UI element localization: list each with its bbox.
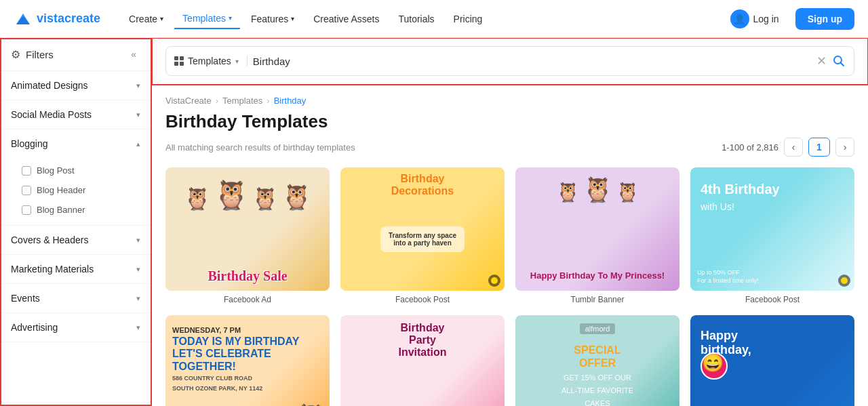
sidebar-collapse-button[interactable]: «: [127, 47, 140, 61]
template-image-1: 🦉 🦉 🦉 🦉 Birthday Sale: [165, 167, 330, 291]
template-card-5[interactable]: WEDNESDAY, 7 PM TODAY IS MY BIRTHDAYLET'…: [165, 315, 330, 407]
owl-icon: 🦉: [281, 185, 312, 209]
breadcrumb-templates[interactable]: Templates: [222, 96, 262, 106]
sidebar-item-blog-post[interactable]: Blog Post: [0, 161, 151, 180]
chevron-down-icon: ▾: [136, 294, 140, 303]
header: vistacreate Create ▾ Templates ▾ Feature…: [0, 0, 868, 38]
search-type-selector[interactable]: Templates ▾: [174, 56, 248, 66]
template-card-4[interactable]: 4th Birthdaywith Us! Up to 50% OFFFor a …: [690, 167, 854, 304]
sidebar-section-covers: Covers & Headers ▾: [0, 226, 151, 255]
sidebar-item-advertising[interactable]: Advertising ▾: [0, 313, 151, 342]
sidebar-top: ⚙ Filters «: [0, 38, 151, 71]
chevron-down-icon: ▾: [291, 15, 294, 22]
card-title-text: Birthday Sale: [165, 268, 330, 284]
checkbox-icon: [22, 205, 31, 215]
nav-item-features[interactable]: Features ▾: [243, 9, 302, 28]
owl-icon: 🦉: [214, 181, 249, 209]
search-bar: Templates ▾ ✕: [165, 46, 854, 76]
chevron-down-icon: ▾: [136, 323, 140, 332]
filter-icon: ⚙: [11, 48, 20, 61]
filters-label: ⚙ Filters: [11, 48, 54, 61]
nav-item-pricing[interactable]: Pricing: [446, 9, 491, 28]
pagination: 1-100 of 2,816 ‹ 1 ›: [722, 138, 854, 157]
chevron-down-icon: ▾: [136, 110, 140, 119]
sidebar-section-animated: Animated Designs ▾: [0, 71, 151, 100]
sidebar-section-events: Events ▾: [0, 284, 151, 313]
results-bar: All matching search results of birthday …: [165, 138, 854, 157]
person-avatar: 😄: [701, 352, 728, 380]
nav-item-creative-assets[interactable]: Creative Assets: [305, 9, 387, 28]
owl-icon: 🦉: [556, 183, 580, 202]
card-title-text: WEDNESDAY, 7 PM TODAY IS MY BIRTHDAYLET'…: [172, 325, 299, 394]
user-avatar: 👤: [730, 9, 749, 28]
template-image-5: WEDNESDAY, 7 PM TODAY IS MY BIRTHDAYLET'…: [165, 315, 330, 407]
card-center: Transform any spaceinto a party haven: [340, 167, 505, 291]
card-title-text: 4th Birthdaywith Us!: [701, 181, 780, 214]
sidebar-section-marketing: Marketing Materials ▾: [0, 255, 151, 284]
chevron-up-icon: ▴: [136, 140, 140, 148]
main-nav: Create ▾ Templates ▾ Features ▾ Creative…: [121, 9, 722, 29]
sidebar-item-social-media[interactable]: Social Media Posts ▾: [0, 100, 151, 129]
search-clear-button[interactable]: ✕: [816, 55, 827, 67]
svg-line-3: [841, 63, 844, 66]
search-input[interactable]: [253, 56, 811, 67]
breadcrumb-vistacreate[interactable]: VistaCreate: [165, 96, 212, 106]
sidebar-item-blog-header[interactable]: Blog Header: [0, 180, 151, 200]
template-label-4: Facebook Post: [690, 295, 854, 304]
template-card-1[interactable]: 🦉 🦉 🦉 🦉 Birthday Sale Facebook Ad: [165, 167, 330, 304]
sidebar-section-social: Social Media Posts ▾: [0, 100, 151, 129]
template-image-6: BirthdayPartyInvitation Join us to celeb…: [340, 315, 505, 407]
template-card-2[interactable]: BirthdayDecorations Transform any spacei…: [340, 167, 505, 304]
page-layout: ⚙ Filters « Animated Designs ▾ Social Me…: [0, 38, 868, 406]
chevron-down-icon: ▾: [136, 81, 140, 90]
template-label-2: Facebook Post: [340, 295, 505, 304]
template-card-3[interactable]: 🦉 🦉 🦉 Happy Birthday To My Princess! Tum…: [515, 167, 679, 304]
owl-row: 🦉 🦉 🦉: [515, 167, 679, 202]
sidebar-section-blogging: Blogging ▴ Blog Post Blog Header Blog Ba…: [0, 129, 151, 226]
sidebar-item-blogging[interactable]: Blogging ▴: [0, 129, 151, 158]
checkbox-icon: [22, 186, 31, 195]
pro-badge: [488, 275, 500, 287]
template-card-6[interactable]: BirthdayPartyInvitation Join us to celeb…: [340, 315, 505, 407]
checkbox-icon: [22, 166, 31, 176]
template-card-8[interactable]: Happybirthday, 😄 CARLOQUINLOG Facebook P…: [690, 315, 854, 407]
nav-item-create[interactable]: Create ▾: [121, 9, 172, 28]
nav-item-templates[interactable]: Templates ▾: [174, 9, 240, 29]
template-image-7: alfmord SPECIAL OFFER GET 15% OFF OURALL…: [515, 315, 679, 407]
pagination-prev-button[interactable]: ‹: [784, 138, 803, 157]
search-bar-wrapper: Templates ▾ ✕: [152, 38, 868, 85]
chevron-down-icon: ▾: [160, 15, 163, 22]
template-image-4: 4th Birthdaywith Us! Up to 50% OFFFor a …: [690, 167, 854, 291]
template-card-7[interactable]: alfmord SPECIAL OFFER GET 15% OFF OURALL…: [515, 315, 679, 407]
sidebar-item-covers[interactable]: Covers & Headers ▾: [0, 226, 151, 254]
template-label-1: Facebook Ad: [165, 295, 330, 304]
signup-button[interactable]: Sign up: [795, 8, 854, 30]
owl-icon: 🦉: [184, 188, 211, 209]
sidebar-item-animated-designs[interactable]: Animated Designs ▾: [0, 71, 151, 100]
card-title-text: BirthdayPartyInvitation: [340, 322, 505, 359]
pro-badge: [838, 275, 850, 287]
results-text: All matching search results of birthday …: [165, 142, 355, 153]
sidebar-item-blog-banner[interactable]: Blog Banner: [0, 200, 151, 220]
sidebar-item-events[interactable]: Events ▾: [0, 284, 151, 312]
logo[interactable]: vistacreate: [14, 9, 100, 28]
search-icon: [832, 54, 846, 68]
template-grid: 🦉 🦉 🦉 🦉 Birthday Sale Facebook Ad Birthd…: [165, 167, 854, 406]
card-brand: alfmord: [515, 322, 679, 334]
chevron-down-icon: ▾: [136, 265, 140, 274]
owl-icon: 🦉: [616, 183, 639, 202]
owl-icon: 🦉: [252, 188, 279, 209]
sidebar-item-marketing[interactable]: Marketing Materials ▾: [0, 255, 151, 283]
owl-icon: 🦉: [583, 178, 613, 202]
nav-item-tutorials[interactable]: Tutorials: [390, 9, 442, 28]
card-owl-icon: 🦉: [296, 403, 326, 406]
search-submit-button[interactable]: [832, 54, 846, 68]
chevron-down-icon: ▾: [235, 58, 239, 65]
logo-icon: [14, 9, 33, 28]
card-subtitle-text: Up to 50% OFFFor a limited time only!: [697, 269, 759, 285]
login-button[interactable]: 👤 Log in: [722, 5, 787, 33]
breadcrumb-birthday: Birthday: [274, 96, 307, 106]
pagination-next-button[interactable]: ›: [835, 138, 854, 157]
template-image-3: 🦉 🦉 🦉 Happy Birthday To My Princess!: [515, 167, 679, 291]
pagination-count: 1-100 of 2,816: [722, 142, 778, 153]
